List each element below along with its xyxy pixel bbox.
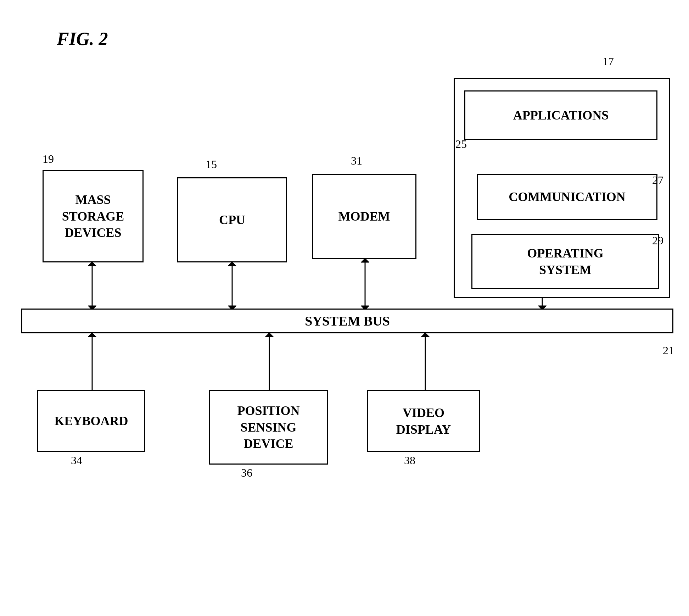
position-sensing-ref: 36 — [241, 466, 252, 479]
system-bus-box: SYSTEM BUS — [21, 309, 673, 333]
cpu-box: CPU — [177, 177, 287, 262]
cpu-ref: 15 — [206, 158, 217, 171]
video-display-box: VIDEO DISPLAY — [367, 390, 480, 452]
applications-ref: 25 — [455, 138, 467, 151]
operating-system-ref: 29 — [652, 234, 663, 247]
mass-storage-label: MASS STORAGE DEVICES — [62, 192, 124, 241]
operating-system-box: OPERATING SYSTEM — [471, 234, 659, 289]
modem-box: MODEM — [312, 174, 416, 259]
position-sensing-label: POSITION SENSING DEVICE — [237, 403, 299, 452]
communication-label: COMMUNICATION — [509, 189, 625, 205]
modem-label: MODEM — [338, 208, 390, 225]
figure-title: FIG. 2 — [57, 28, 108, 49]
system-bus-ref: 21 — [663, 344, 674, 357]
outer-box-ref: 17 — [603, 55, 614, 68]
applications-label: APPLICATIONS — [513, 107, 609, 124]
operating-system-label: OPERATING SYSTEM — [527, 245, 603, 278]
cpu-label: CPU — [219, 212, 245, 228]
modem-ref: 31 — [351, 154, 362, 167]
system-bus-label: SYSTEM BUS — [305, 313, 390, 329]
communication-box: COMMUNICATION — [477, 174, 657, 220]
position-sensing-box: POSITION SENSING DEVICE — [209, 390, 328, 465]
mass-storage-ref: 19 — [43, 152, 54, 166]
keyboard-ref: 34 — [71, 454, 82, 467]
applications-box: APPLICATIONS — [464, 90, 657, 140]
video-display-ref: 38 — [404, 454, 415, 467]
diagram: FIG. 2 — [0, 0, 689, 616]
video-display-label: VIDEO DISPLAY — [396, 405, 451, 438]
communication-ref: 27 — [652, 174, 663, 187]
mass-storage-box: MASS STORAGE DEVICES — [43, 170, 144, 262]
keyboard-box: KEYBOARD — [37, 390, 145, 452]
keyboard-label: KEYBOARD — [54, 413, 128, 429]
